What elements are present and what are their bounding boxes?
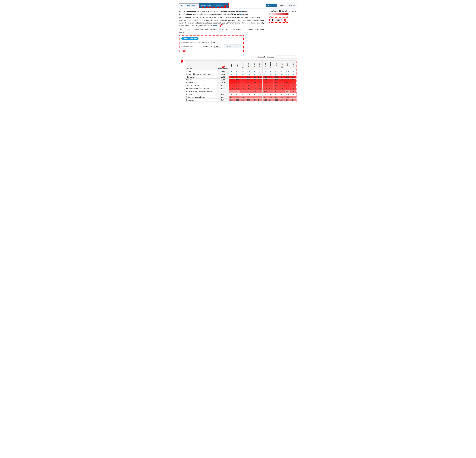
more-link[interactable]: (more...): [213, 25, 219, 27]
heatmap-value-cell[interactable]: 2.7: [240, 96, 246, 99]
heatmap-value-cell[interactable]: 0.0: [274, 70, 279, 73]
link-38[interactable]: 38: [240, 13, 242, 15]
heatmap-value-cell[interactable]: 4.43: [263, 81, 268, 84]
tab-table[interactable]: Table: [278, 4, 286, 7]
heatmap-value-cell[interactable]: 2.82: [285, 96, 290, 99]
search-input[interactable]: [275, 55, 297, 58]
heatmap-value-cell[interactable]: 4.43: [274, 81, 279, 84]
heatmap-value-cell[interactable]: 4.26: [235, 84, 240, 87]
heatmap-value-cell[interactable]: 2.7: [263, 96, 268, 99]
heatmap-value-cell[interactable]: 2.7: [268, 96, 274, 99]
heatmap-value-cell[interactable]: 4.63: [235, 81, 240, 84]
heatmap-value-cell[interactable]: 0.0: [285, 73, 290, 76]
heatmap-value-cell[interactable]: 4.43: [240, 81, 246, 84]
heatmap-value-cell[interactable]: 4.21: [235, 87, 240, 90]
link-86[interactable]: 86: [239, 10, 241, 12]
heatmap-value-cell[interactable]: 2.59: [257, 99, 263, 101]
heatmap-value-cell[interactable]: 2.7: [290, 96, 296, 99]
heatmap-value-cell[interactable]: 0.0: [285, 70, 290, 73]
heatmap-value-cell[interactable]: 5.02: [246, 76, 251, 79]
heatmap-value-cell[interactable]: 4.04: [274, 87, 279, 90]
heatmap-value-cell[interactable]: 4.74: [251, 79, 257, 81]
heatmap-value-cell[interactable]: 4.43: [257, 81, 263, 84]
heatmap-value-cell[interactable]: 2.59: [263, 99, 268, 101]
heatmap-value-cell[interactable]: 0.0: [263, 70, 268, 73]
heatmap-value-cell[interactable]: 4.07: [240, 84, 246, 87]
heatmap-value-cell[interactable]: 0.0: [240, 70, 246, 73]
heatmap-value-cell[interactable]: 2.65: [235, 99, 240, 101]
heatmap-value-cell[interactable]: 5.3: [229, 76, 235, 79]
gene-set-cell[interactable]: Necroptosis: [185, 99, 217, 101]
gene-set-cell[interactable]: NOD-like receptor signaling pathway: [185, 90, 217, 93]
heatmap-value-cell[interactable]: 4.3: [229, 87, 235, 90]
heatmap-value-cell[interactable]: 3.0: [290, 90, 296, 93]
heatmap-value-cell[interactable]: 5.19: [285, 76, 290, 79]
gene-set-cell[interactable]: Cell cycle: [185, 93, 217, 96]
heatmap-value-cell[interactable]: 4.43: [251, 81, 257, 84]
gene-set-cell[interactable]: Ribosome: [185, 70, 217, 73]
heatmap-value-cell[interactable]: 4.2: [285, 87, 290, 90]
heatmap-value-cell[interactable]: 0.0: [268, 73, 274, 76]
gene-set-cell[interactable]: Measles: [185, 79, 217, 81]
gene-set-cell[interactable]: Influenza A: [185, 76, 217, 79]
heatmap-value-cell[interactable]: 0.0: [268, 70, 274, 73]
heatmap-value-cell[interactable]: 0.0: [229, 93, 235, 96]
heatmap-value-cell[interactable]: 0.0: [290, 93, 296, 96]
heatmap-value-cell[interactable]: 2.6: [290, 99, 296, 101]
heatmap-value-cell[interactable]: 0.0: [235, 73, 240, 76]
max-degs-select[interactable]: 50 100 200: [211, 41, 218, 44]
heatmap-value-cell[interactable]: 2.03: [235, 90, 240, 93]
heatmap-value-cell[interactable]: 2.01: [285, 90, 290, 93]
heatmap-value-cell[interactable]: 0.0: [263, 93, 268, 96]
heatmap-value-cell[interactable]: 5.2: [235, 76, 240, 79]
tab-deg-list[interactable]: DEG list information: [179, 3, 199, 7]
heatmap-value-cell[interactable]: 4.7: [290, 79, 296, 81]
heatmap-value-cell[interactable]: 0.0: [257, 93, 263, 96]
heatmap-value-cell[interactable]: 4.25: [285, 84, 290, 87]
heatmap-value-cell[interactable]: 2.64: [285, 99, 290, 101]
update-heatmap-button[interactable]: Update heatmap: [224, 44, 241, 48]
heatmap-value-cell[interactable]: 4.74: [229, 81, 235, 84]
heatmap-value-cell[interactable]: 0.0: [251, 73, 257, 76]
heatmap-value-cell[interactable]: 0.0: [290, 70, 296, 73]
heatmap-value-cell[interactable]: 0.0: [274, 73, 279, 76]
heatmap-value-cell[interactable]: 4.43: [246, 81, 251, 84]
heatmap-value-cell[interactable]: 4.36: [229, 84, 235, 87]
heatmap-value-cell[interactable]: 0.0: [279, 93, 285, 96]
heatmap-value-cell[interactable]: 0.0: [235, 70, 240, 73]
heatmap-value-cell[interactable]: 5.02: [268, 76, 274, 79]
heatmap-value-cell[interactable]: 4.43: [279, 81, 285, 84]
gene-set-cell[interactable]: Epstein-Barr virus infection: [185, 96, 217, 99]
heatmap-value-cell[interactable]: 4.74: [263, 79, 268, 81]
heatmap-value-cell[interactable]: 0.0: [285, 93, 290, 96]
heatmap-value-cell[interactable]: 0.0: [229, 73, 235, 76]
heatmap-value-cell[interactable]: 2.16: [229, 90, 235, 93]
heatmap-value-cell[interactable]: 4.74: [257, 79, 263, 81]
heatmap-value-cell[interactable]: 0.0: [246, 70, 251, 73]
tab-network[interactable]: Network: [287, 4, 297, 7]
heatmap-value-cell[interactable]: 2.59: [274, 99, 279, 101]
heatmap-value-cell[interactable]: 2.7: [257, 96, 263, 99]
heatmap-value-cell[interactable]: 4.04: [263, 87, 268, 90]
heatmap-value-cell[interactable]: 4.62: [285, 81, 290, 84]
heatmap-value-cell[interactable]: 0.0: [240, 93, 246, 96]
heatmap-value-cell[interactable]: 3.13: [246, 90, 251, 93]
heatmap-value-cell[interactable]: 0.0: [251, 70, 257, 73]
max-genesets-select[interactable]: 50 100 200: [214, 45, 221, 48]
heatmap-value-cell[interactable]: 5.02: [240, 76, 246, 79]
text-button[interactable]: TEXT: [276, 19, 283, 22]
heatmap-value-cell[interactable]: 2.83: [235, 96, 240, 99]
heatmap-value-cell[interactable]: 3.13: [263, 90, 268, 93]
heatmap-value-cell[interactable]: 0.0: [263, 73, 268, 76]
heatmap-value-cell[interactable]: 5.02: [274, 76, 279, 79]
heatmap-value-cell[interactable]: 2.59: [251, 99, 257, 101]
heatmap-value-cell[interactable]: 0.0: [246, 73, 251, 76]
heatmap-value-cell[interactable]: 2.72: [229, 99, 235, 101]
heatmap-value-cell[interactable]: 4.04: [268, 87, 274, 90]
heatmap-value-cell[interactable]: 2.59: [268, 99, 274, 101]
heatmap-value-cell[interactable]: 0.0: [290, 73, 296, 76]
heatmap-value-cell[interactable]: 2.59: [240, 99, 246, 101]
heatmap-value-cell[interactable]: 0.0: [279, 73, 285, 76]
heatmap-value-cell[interactable]: 4.0: [290, 84, 296, 87]
gene-set-cell[interactable]: Coronavirus disease - COVID-19: [185, 84, 217, 87]
